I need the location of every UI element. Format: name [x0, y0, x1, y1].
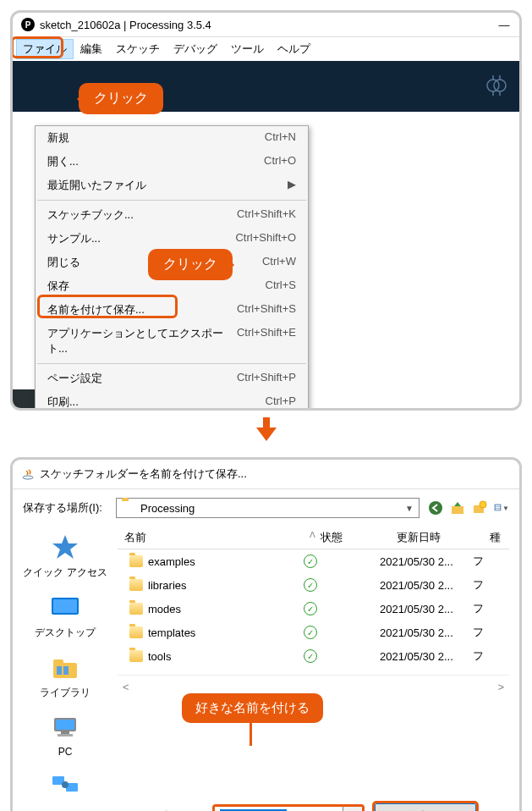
filename-input[interactable]: savegreen01 ▼ [212, 804, 365, 812]
menu-edit[interactable]: 編集 [74, 39, 109, 59]
svg-rect-8 [452, 506, 463, 514]
java-icon [21, 467, 35, 481]
svg-point-6 [23, 476, 33, 479]
back-icon[interactable] [428, 500, 443, 516]
menu-page-setup[interactable]: ページ設定Ctrl+Shift+P [36, 367, 308, 390]
check-icon: ✓ [304, 578, 317, 592]
check-icon: ✓ [304, 626, 317, 639]
menu-export[interactable]: アプリケーションとしてエクスポート...Ctrl+Shift+E [36, 322, 308, 361]
annotation-click-1: クリック [79, 83, 163, 114]
menu-open[interactable]: 開く...Ctrl+O [36, 150, 308, 174]
menu-tools[interactable]: ツール [224, 39, 271, 59]
titlebar: P sketch_210602a | Processing 3.5.4 — [13, 13, 519, 37]
annotation-name: 好きな名前を付ける [182, 693, 323, 723]
file-row[interactable]: libraries✓2021/05/30 2...フ [118, 573, 509, 597]
annotation-click-2: クリック [148, 249, 233, 280]
dialog-toolbar: ▼ [428, 500, 509, 516]
column-headers[interactable]: 名前 ᐱ 状態 更新日時 種 [118, 527, 509, 549]
check-icon: ✓ [304, 602, 317, 615]
menubar: ファイル 編集 スケッチ デバッグ ツール ヘルプ [13, 37, 519, 61]
folder-icon [129, 603, 143, 615]
file-row[interactable]: templates✓2021/05/30 2...フ [118, 621, 509, 644]
menu-sketchbook[interactable]: スケッチブック...Ctrl+Shift+K [36, 203, 308, 227]
place-quick-access[interactable]: クイック アクセス [23, 532, 107, 580]
check-icon: ✓ [304, 649, 317, 663]
svg-rect-21 [56, 720, 74, 730]
location-label: 保存する場所(I): [23, 500, 107, 516]
debug-icon[interactable] [484, 73, 509, 98]
location-value: Processing [140, 502, 195, 515]
place-libraries[interactable]: ライブラリ [23, 652, 107, 700]
file-row[interactable]: modes✓2021/05/30 2...フ [118, 597, 509, 621]
svg-rect-22 [61, 731, 69, 734]
processing-window: P sketch_210602a | Processing 3.5.4 — ファ… [10, 10, 522, 411]
window-title: sketch_210602a | Processing 3.5.4 [40, 19, 497, 31]
folder-icon [129, 650, 143, 662]
menu-sep [37, 363, 306, 364]
svg-rect-23 [58, 734, 73, 737]
connector-line [250, 722, 252, 746]
places-sidebar: クイック アクセス デスクトップ ライブラリ PC [23, 527, 107, 803]
view-icon[interactable]: ▼ [494, 500, 509, 516]
svg-point-7 [429, 501, 442, 515]
svg-rect-17 [53, 659, 63, 665]
menu-file[interactable]: ファイル [16, 39, 74, 59]
svg-rect-19 [63, 666, 69, 675]
place-desktop[interactable]: デスクトップ [23, 592, 107, 640]
save-button[interactable]: 保存(S) [375, 803, 476, 811]
svg-point-1 [494, 80, 506, 91]
chevron-down-icon[interactable]: ▼ [343, 807, 362, 812]
menu-sep [37, 200, 306, 201]
svg-rect-18 [57, 666, 62, 675]
folder-icon [129, 579, 143, 591]
processing-icon: P [21, 18, 35, 31]
place-network[interactable] [23, 770, 107, 803]
svg-rect-11 [495, 505, 501, 510]
menu-new[interactable]: 新規Ctrl+N [36, 126, 308, 150]
menu-save-as[interactable]: 名前を付けて保存...Ctrl+Shift+S [36, 298, 308, 322]
file-row[interactable]: examples✓2021/05/30 2...フ [118, 549, 509, 573]
menu-help[interactable]: ヘルプ [271, 39, 317, 59]
location-dropdown[interactable]: Processing ▼ [116, 498, 420, 518]
menu-examples[interactable]: サンプル...Ctrl+Shift+O [36, 227, 308, 251]
new-folder-icon[interactable] [472, 500, 487, 516]
menu-debug[interactable]: デバッグ [167, 39, 224, 59]
dialog-title: スケッチフォルダーを名前を付けて保存... [40, 466, 247, 482]
folder-icon [129, 555, 143, 567]
menu-sketch[interactable]: スケッチ [109, 39, 167, 59]
svg-point-0 [487, 80, 499, 91]
svg-point-10 [480, 501, 486, 508]
file-list: 名前 ᐱ 状態 更新日時 種 examples✓2021/05/30 2...フ… [118, 527, 509, 803]
check-icon: ✓ [304, 554, 317, 568]
save-dialog: スケッチフォルダーを名前を付けて保存... 保存する場所(I): Process… [10, 457, 522, 811]
svg-rect-15 [53, 599, 77, 613]
chevron-down-icon: ▼ [405, 504, 414, 513]
file-row[interactable]: tools✓2021/05/30 2...フ [118, 644, 509, 668]
dialog-titlebar: スケッチフォルダーを名前を付けて保存... [13, 460, 519, 488]
up-icon[interactable] [450, 500, 465, 516]
svg-point-26 [62, 781, 69, 788]
minimize-button[interactable]: — [497, 19, 511, 31]
flow-arrow-icon [0, 414, 532, 447]
folder-icon [129, 626, 143, 638]
place-pc[interactable]: PC [23, 712, 107, 758]
menu-print[interactable]: 印刷...Ctrl+P [36, 390, 308, 411]
menu-recent[interactable]: 最近開いたファイル▶ [36, 174, 308, 197]
